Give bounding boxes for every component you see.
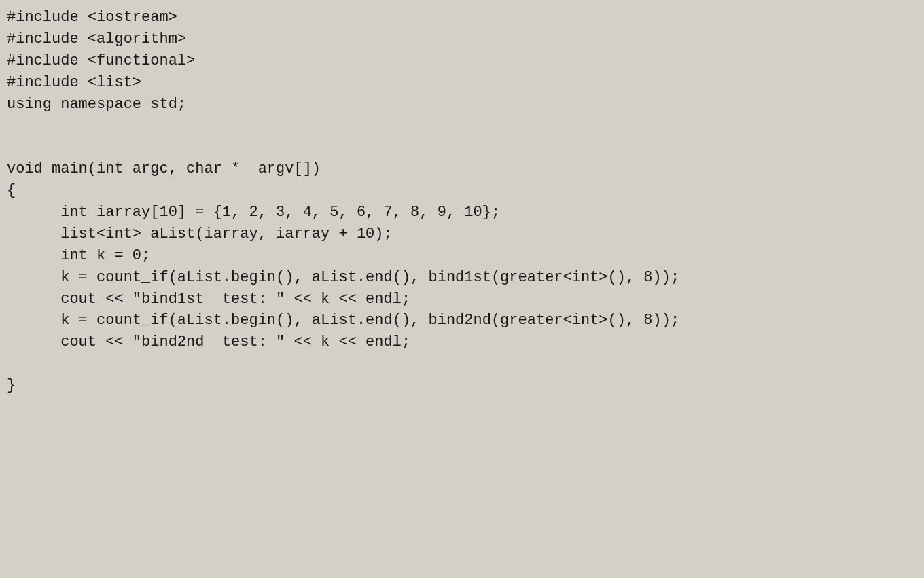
code-line — [7, 115, 924, 137]
code-line: #include <list> — [7, 72, 924, 94]
code-line: int iarray[10] = {1, 2, 3, 4, 5, 6, 7, 8… — [7, 202, 924, 223]
code-line: void main(int argc, char * argv[]) — [7, 158, 924, 180]
code-block: #include <iostream>#include <algorithm>#… — [7, 7, 924, 397]
code-line: int k = 0; — [7, 245, 924, 267]
code-line: } — [7, 375, 924, 397]
code-line: #include <functional> — [7, 50, 924, 72]
code-line: list<int> aList(iarray, iarray + 10); — [7, 223, 924, 245]
code-line: #include <iostream> — [7, 7, 924, 29]
code-line: #include <algorithm> — [7, 29, 924, 50]
code-line: cout << "bind2nd test: " << k << endl; — [7, 331, 924, 353]
code-container: #include <iostream>#include <algorithm>#… — [0, 0, 924, 578]
code-line: cout << "bind1st test: " << k << endl; — [7, 289, 924, 310]
code-line: k = count_if(aList.begin(), aList.end(),… — [7, 310, 924, 331]
code-line — [7, 137, 924, 158]
code-line: { — [7, 180, 924, 202]
code-line — [7, 353, 924, 375]
code-line: using namespace std; — [7, 94, 924, 115]
code-line: k = count_if(aList.begin(), aList.end(),… — [7, 267, 924, 289]
